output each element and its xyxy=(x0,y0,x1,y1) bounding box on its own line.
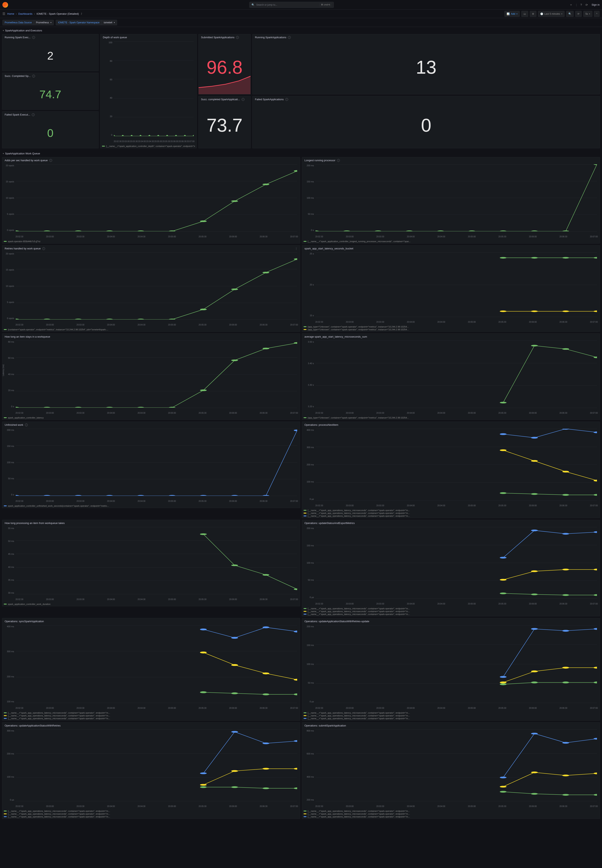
timerange-picker[interactable]: 🕑 Last 5 minutes ▾ xyxy=(538,11,565,17)
legend-item[interactable]: spark_application_controller_latency xyxy=(4,417,298,419)
svg-point-145 xyxy=(531,733,538,734)
info-icon[interactable]: i xyxy=(25,423,28,426)
info-icon[interactable]: i xyxy=(285,98,288,101)
sign-in-link[interactable]: Sign in xyxy=(591,3,600,6)
panel-updretries[interactable]: Operations: updateApplicationStatusWithR… xyxy=(2,722,300,819)
svg-point-18 xyxy=(263,183,269,185)
legend-item[interactable]: {__name__="spark_app_operations_latency_… xyxy=(304,712,598,714)
legend-item[interactable]: {__name__="spark_app_operations_latency_… xyxy=(304,509,598,511)
info-icon[interactable]: i xyxy=(42,247,45,250)
panel-avg[interactable]: average spark_app_start_latency_microsec… xyxy=(302,333,600,420)
crumb-sep: › xyxy=(34,12,35,15)
legend-item[interactable]: {__name__="spark_app_operations_latency_… xyxy=(304,813,598,815)
info-icon[interactable]: i xyxy=(242,98,244,101)
info-icon[interactable]: i xyxy=(49,159,52,162)
legend-item[interactable]: {__name__="spark_app_operations_latency_… xyxy=(4,816,298,818)
legend-item[interactable]: {__name__="spark_app_operations_latency_… xyxy=(304,810,598,812)
info-icon[interactable]: i xyxy=(236,36,239,39)
legend-item[interactable]: {__name__="spark_app_operations_latency_… xyxy=(304,610,598,613)
legend-item[interactable]: {__name__="spark_app_operations_latency_… xyxy=(304,714,598,717)
legend-item[interactable]: {__name__="spark_app_operations_latency_… xyxy=(304,515,598,517)
panel-unfinished[interactable]: Unfinished work i 200 ms150 ms100 ms50 m… xyxy=(2,422,300,508)
legend-item[interactable]: {__name__="spark_application_controller_… xyxy=(102,145,195,147)
crumb-home[interactable]: Home xyxy=(7,12,14,15)
info-icon[interactable]: i xyxy=(32,36,35,39)
row-header-executors[interactable]: ▾ SparkApplication and Executors xyxy=(0,27,602,34)
panel-menu-icon[interactable]: ⋮ xyxy=(295,247,298,250)
panel-succ-sp[interactable]: Succ. Completed Sp...i 74.7 xyxy=(2,73,98,110)
legend-item[interactable]: {container="spark-operator", endpoint="m… xyxy=(4,328,298,331)
legend: {__name__="spark_app_operations_latency_… xyxy=(2,711,300,720)
panel-updexport[interactable]: Operations: updateStatusAndExportMetrics… xyxy=(302,520,600,616)
legend-item[interactable]: spark_application_controller_work_durati… xyxy=(4,603,298,605)
legend-item[interactable]: {__name__="spark_application_controller_… xyxy=(304,240,598,243)
panel-proctakes[interactable]: How long processing an item from workque… xyxy=(2,520,300,606)
info-icon[interactable]: i xyxy=(32,113,35,116)
share-icon[interactable]: ⤴ xyxy=(81,12,82,15)
panel-running-apps[interactable]: Running SparkApplications i 13 xyxy=(252,34,600,94)
crumb-dashboards[interactable]: Dashboards xyxy=(18,12,32,15)
help-icon[interactable]: ? xyxy=(580,3,582,6)
legend-item[interactable]: {__name__="spark_app_operations_latency_… xyxy=(4,714,298,717)
row-header-workqueue[interactable]: ▾ SparkApplication Work Queue xyxy=(0,150,602,157)
legend-item[interactable]: {__name__="spark_app_operations_latency_… xyxy=(4,712,298,714)
x-tick: 20:07:00 xyxy=(290,707,298,710)
x-axis: 20:02:3020:03:0020:03:3020:04:0020:04:30… xyxy=(15,598,298,601)
legend-item[interactable]: {__name__="spark_app_operations_latency_… xyxy=(304,816,598,818)
legend-item[interactable]: {__name__="spark_app_operations_latency_… xyxy=(4,813,298,815)
save-button[interactable]: 🗂 xyxy=(521,11,528,17)
info-icon[interactable]: i xyxy=(288,36,291,39)
legend-item[interactable]: spark-operator-655b44b7c5-jj7nz xyxy=(4,240,298,243)
legend-item[interactable]: {__name__="spark_app_operations_latency_… xyxy=(304,613,598,616)
legend-item[interactable]: {app_type="Unknown", container="spark-op… xyxy=(304,417,598,419)
panel-depth[interactable]: Depth of work queue 100806040200 20:02:3… xyxy=(100,34,197,148)
panel-sync[interactable]: Operations: syncSparkApplication 400 ms3… xyxy=(2,618,300,721)
legend-item[interactable]: {__name__="spark_app_operations_latency_… xyxy=(4,717,298,720)
panel-failed-exec[interactable]: Failed Spark Execut...i 0 xyxy=(2,111,98,148)
panel-adds[interactable]: Adds per sec handled by work queue i 20 … xyxy=(2,157,300,243)
panel-longest[interactable]: Longest running processor i 200 ms150 ms… xyxy=(302,157,600,243)
panel-running-exec[interactable]: Running Spark Exec...i 2 xyxy=(2,34,98,71)
svg-point-105 xyxy=(231,664,238,666)
legend-item[interactable]: {app_type="Unknown", container="spark-op… xyxy=(304,328,598,331)
panel-retries[interactable]: Retries handled by work queue i ⋮ 20 ops… xyxy=(2,245,300,332)
legend-item[interactable]: {__name__="spark_app_operations_latency_… xyxy=(4,810,298,812)
x-tick: 20:06:30 xyxy=(179,140,186,143)
news-icon[interactable]: ⟳ xyxy=(585,3,588,6)
panel-bucket[interactable]: spark_app_start_latency_seconds_bucket 2… xyxy=(302,245,600,332)
kiosk-button[interactable]: ^ xyxy=(594,11,600,17)
panel-submit[interactable]: Operations: submitSparkApplication 800 m… xyxy=(302,722,600,819)
svg-point-118 xyxy=(562,667,569,668)
menu-icon[interactable]: ☰ xyxy=(2,12,5,16)
panel-succ-pct[interactable]: Succ. completed SparkApplicati...i 73.7 xyxy=(198,96,251,148)
info-icon[interactable]: i xyxy=(32,75,35,77)
info-icon[interactable]: i xyxy=(337,159,340,162)
add-button[interactable]: 📊 Add ▾ xyxy=(504,11,519,17)
panel-submitted[interactable]: Submitted SparkApplications i 96.8 xyxy=(198,34,251,94)
legend-item[interactable]: {app_type="Unknown", container="spark-op… xyxy=(304,325,598,328)
legend-item[interactable]: {__name__="spark_app_operations_latency_… xyxy=(304,512,598,514)
var-value[interactable]: Prometheus ▾ xyxy=(34,20,54,25)
x-tick: 20:04:30 xyxy=(438,235,445,239)
panel-updretriesupd[interactable]: Operations: updateApplicationStatusWithR… xyxy=(302,618,600,721)
panel-failed[interactable]: Failed SparkApplicationsi 0 xyxy=(252,96,600,148)
svg-point-10 xyxy=(16,231,19,231)
legend-item[interactable]: {__name__="spark_app_operations_latency_… xyxy=(304,607,598,610)
var-value[interactable]: iomete4 ▾ xyxy=(102,20,117,25)
refresh-button[interactable]: ⟳ xyxy=(575,11,582,17)
refresh-interval[interactable]: 5s ▾ xyxy=(583,11,593,17)
legend-item[interactable]: spark_application_controller_unfinished_… xyxy=(4,505,298,507)
settings-button[interactable]: ⚙ xyxy=(530,11,536,17)
var-datasource[interactable]: Prometheus Data Source Prometheus ▾ xyxy=(2,20,54,25)
zoom-out-button[interactable]: 🔍 xyxy=(566,11,574,17)
plus-icon[interactable]: ＋ xyxy=(570,3,573,7)
breadcrumb: Home › Dashboards › IOMETE - Spark Opera… xyxy=(7,12,79,15)
legend-item[interactable]: {__name__="spark_app_operations_latency_… xyxy=(304,717,598,720)
panel-processnext[interactable]: Operations: processNextItem 400 ms300 ms… xyxy=(302,422,600,518)
panel-stay[interactable]: How long an item stays in a workqueue La… xyxy=(2,333,300,420)
y-axis: 3.50 s3.40 s3.30 s3.20 s xyxy=(304,341,315,408)
grafana-logo[interactable] xyxy=(2,2,8,8)
x-tick: 20:04:30 xyxy=(138,805,146,808)
var-namespace[interactable]: IOMETE - Spark Operator Namespace iomete… xyxy=(56,20,117,25)
global-search[interactable]: 🔍 Search or jump to... ⌘ cmd+k xyxy=(249,2,334,8)
